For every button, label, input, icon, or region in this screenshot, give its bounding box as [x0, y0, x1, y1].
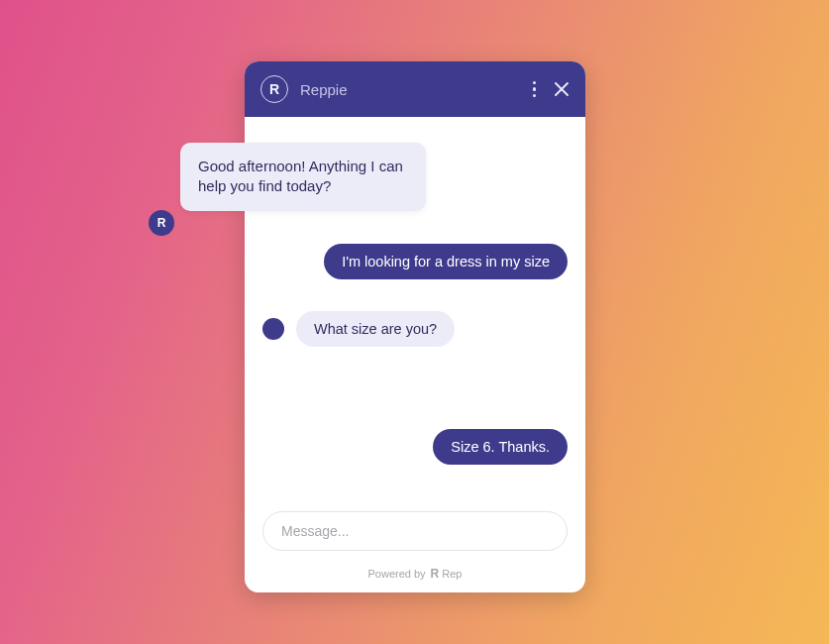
- brand-letter: R: [269, 82, 279, 96]
- brand-title: Reppie: [300, 81, 533, 98]
- message-input[interactable]: [262, 511, 568, 551]
- footer-brand-name: Rep: [442, 568, 462, 580]
- user-message-row: Size 6. Thanks.: [433, 429, 568, 465]
- user-message: I'm looking for a dress in my size: [324, 244, 568, 279]
- chat-body: R Good afternoon! Anything I can help yo…: [245, 117, 585, 511]
- bot-avatar-icon: [262, 318, 284, 340]
- menu-icon[interactable]: [533, 81, 537, 98]
- brand-badge: R: [260, 75, 288, 103]
- bot-message: What size are you?: [296, 311, 455, 347]
- chat-widget: R Reppie R Good afternoon! Anything I ca…: [245, 61, 585, 592]
- chat-footer: Powered by R Rep: [245, 559, 585, 592]
- footer-prefix: Powered by: [368, 568, 426, 580]
- close-icon[interactable]: [554, 81, 570, 97]
- user-message: Size 6. Thanks.: [433, 429, 568, 465]
- footer-logo-icon: R: [431, 567, 440, 581]
- bot-avatar-icon: R: [149, 210, 174, 236]
- user-message-row: I'm looking for a dress in my size: [324, 244, 568, 279]
- bot-message-row: What size are you?: [262, 311, 455, 347]
- input-area: [245, 511, 585, 559]
- chat-header: R Reppie: [245, 61, 585, 117]
- bot-message: Good afternoon! Anything I can help you …: [180, 143, 426, 211]
- header-actions: [533, 81, 570, 98]
- footer-brand[interactable]: R Rep: [431, 567, 463, 581]
